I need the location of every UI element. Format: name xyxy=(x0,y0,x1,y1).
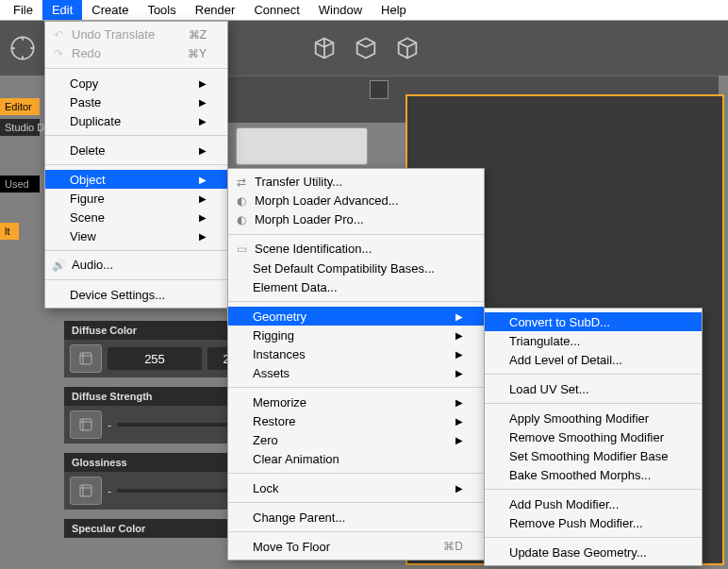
svg-rect-2 xyxy=(80,419,91,430)
mi-instances[interactable]: Instances▶ xyxy=(228,344,484,363)
menu-help[interactable]: Help xyxy=(372,0,416,20)
left-tab-strip: Editor Studio De Used lt xyxy=(0,75,40,240)
id-icon: ▭ xyxy=(234,242,249,257)
swatch-icon[interactable] xyxy=(70,344,102,373)
menu-connect[interactable]: Connect xyxy=(244,0,308,20)
mi-add-lod[interactable]: Add Level of Detail... xyxy=(485,350,702,369)
swatch-icon[interactable] xyxy=(70,410,102,439)
package-icon[interactable] xyxy=(394,35,421,61)
value-r[interactable]: 255 xyxy=(108,347,202,370)
compass-icon[interactable] xyxy=(9,35,36,61)
mi-triangulate[interactable]: Triangulate... xyxy=(485,331,702,350)
mi-rigging[interactable]: Rigging▶ xyxy=(228,326,484,344)
tab-editor[interactable]: Editor xyxy=(0,98,40,115)
object-submenu: ⇄Transfer Utility... ◐Morph Loader Advan… xyxy=(227,168,485,561)
mi-redo[interactable]: ↷Redo⌘Y xyxy=(45,44,227,63)
mi-bake-smoothed[interactable]: Bake Smoothed Morphs... xyxy=(485,465,702,484)
mi-object[interactable]: Object▶ xyxy=(45,170,227,189)
mi-convert-subd[interactable]: Convert to SubD... xyxy=(485,312,702,331)
mi-figure[interactable]: Figure▶ xyxy=(45,189,227,208)
morph-icon: ◐ xyxy=(234,193,249,209)
menu-tools[interactable]: Tools xyxy=(138,0,185,20)
redo-icon: ↷ xyxy=(51,46,66,61)
swatch-icon[interactable] xyxy=(70,477,102,505)
tab-used[interactable]: Used xyxy=(0,176,40,192)
mi-device-settings[interactable]: Device Settings... xyxy=(45,285,227,304)
audio-icon: 🔊 xyxy=(51,258,66,273)
mi-set-default-compat[interactable]: Set Default Compatibility Bases... xyxy=(228,259,484,277)
menu-file[interactable]: File xyxy=(4,0,42,20)
menu-window[interactable]: Window xyxy=(309,0,372,20)
mi-zero[interactable]: Zero▶ xyxy=(228,430,484,449)
mi-add-push[interactable]: Add Push Modifier... xyxy=(485,494,702,513)
mi-geometry[interactable]: Geometry▶ xyxy=(228,307,484,326)
menu-create[interactable]: Create xyxy=(82,0,138,20)
cube-icon[interactable] xyxy=(311,35,338,61)
mi-update-base-geometry[interactable]: Update Base Geometry... xyxy=(485,543,702,561)
geometry-submenu: Convert to SubD... Triangulate... Add Le… xyxy=(484,308,703,566)
undo-icon: ↶ xyxy=(51,27,66,42)
mi-load-uv[interactable]: Load UV Set... xyxy=(485,379,702,398)
mi-transfer-utility[interactable]: ⇄Transfer Utility... xyxy=(228,173,484,192)
menu-render[interactable]: Render xyxy=(186,0,245,20)
tab-studio[interactable]: Studio De xyxy=(0,119,40,136)
mi-view[interactable]: View▶ xyxy=(45,226,227,245)
dash: - xyxy=(108,418,111,432)
mi-morph-loader-pro[interactable]: ◐Morph Loader Pro... xyxy=(228,210,484,229)
svg-rect-3 xyxy=(80,485,91,496)
mi-memorize[interactable]: Memorize▶ xyxy=(228,393,484,411)
mi-morph-loader-advanced[interactable]: ◐Morph Loader Advanced... xyxy=(228,192,484,210)
edit-dropdown: ↶Undo Translate⌘Z ↷Redo⌘Y Copy▶ Paste▶ D… xyxy=(44,21,228,309)
mi-scene[interactable]: Scene▶ xyxy=(45,208,227,226)
mi-lock[interactable]: Lock▶ xyxy=(228,478,484,497)
cube-plus-icon[interactable] xyxy=(353,35,379,61)
mi-delete[interactable]: Delete▶ xyxy=(45,141,227,159)
mi-apply-smoothing[interactable]: Apply Smoothing Modifier xyxy=(485,409,702,427)
mi-assets[interactable]: Assets▶ xyxy=(228,363,484,382)
mi-paste[interactable]: Paste▶ xyxy=(45,92,227,111)
mi-undo[interactable]: ↶Undo Translate⌘Z xyxy=(45,25,227,44)
transfer-icon: ⇄ xyxy=(234,175,249,190)
mi-move-to-floor[interactable]: Move To Floor⌘D xyxy=(228,537,484,556)
mi-change-parent[interactable]: Change Parent... xyxy=(228,508,484,527)
dash: - xyxy=(108,484,111,498)
tab-lt[interactable]: lt xyxy=(0,223,19,240)
mi-element-data[interactable]: Element Data... xyxy=(228,277,484,296)
mi-remove-smoothing[interactable]: Remove Smoothing Modifier xyxy=(485,427,702,446)
mi-remove-push[interactable]: Remove Push Modifier... xyxy=(485,513,702,532)
mi-scene-identification[interactable]: ▭Scene Identification... xyxy=(228,240,484,259)
svg-rect-1 xyxy=(80,353,91,364)
panel-options-icon[interactable] xyxy=(370,80,389,99)
morph-icon: ◐ xyxy=(234,212,249,227)
menubar: File Edit Create Tools Render Connect Wi… xyxy=(0,0,728,21)
mi-clear-animation[interactable]: Clear Animation xyxy=(228,449,484,468)
mi-set-smoothing-base[interactable]: Set Smoothing Modifier Base xyxy=(485,446,702,465)
content-box xyxy=(236,127,368,165)
mi-duplicate[interactable]: Duplicate▶ xyxy=(45,111,227,130)
mi-copy[interactable]: Copy▶ xyxy=(45,74,227,92)
menu-edit[interactable]: Edit xyxy=(42,0,82,20)
mi-restore[interactable]: Restore▶ xyxy=(228,411,484,430)
mi-audio[interactable]: 🔊Audio... xyxy=(45,256,227,275)
